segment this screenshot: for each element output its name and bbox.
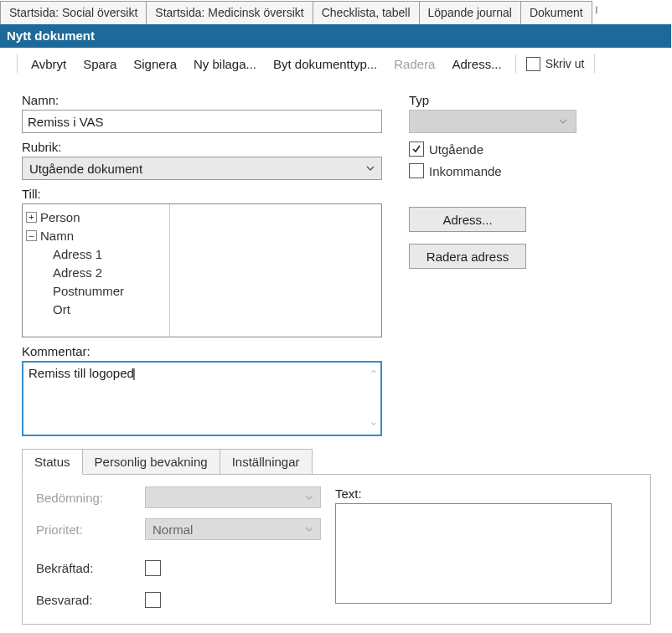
prioritet-value: Normal [152,522,193,537]
tab-dokument[interactable]: Dokument [520,1,592,24]
tab-personlig-bevakning[interactable]: Personlig bevakning [83,449,220,475]
window-title: Nytt dokument [0,24,671,48]
tab-social-oversikt[interactable]: Startsida: Social översikt [0,1,147,24]
inkommande-checkbox[interactable] [409,163,424,178]
inkommande-label: Inkommande [429,164,502,178]
tree-item-namn[interactable]: Namn [40,229,74,243]
text-label: Text: [335,486,612,501]
besvarad-checkbox[interactable] [145,592,161,608]
save-button[interactable]: Spara [75,55,125,73]
prioritet-select: Normal [145,518,321,540]
text-textarea[interactable] [335,503,612,604]
sign-button[interactable]: Signera [125,55,185,73]
rubrik-label: Rubrik: [22,140,382,154]
print-checkbox[interactable] [526,57,540,71]
bekraftad-label: Bekräftad: [36,561,145,575]
prioritet-label: Prioritet: [36,522,145,537]
tree-expand-icon[interactable]: + [26,212,37,223]
chevron-down-icon [303,491,315,503]
adress-button[interactable]: Adress... [409,207,526,232]
tabs-overflow-icon[interactable]: ⁞ [592,0,601,23]
chevron-down-icon [364,162,376,174]
tree-collapse-icon[interactable]: – [26,230,37,241]
till-detail-panel [170,204,381,337]
till-tree[interactable]: + Person – Namn Adress 1 Adress 2 [23,204,170,337]
radera-adress-button[interactable]: Radera adress [409,244,526,269]
kommentar-label: Kommentar: [22,344,382,358]
till-label: Till: [22,187,382,201]
utgaende-label: Utgående [429,142,483,157]
tree-item-adress1[interactable]: Adress 1 [53,247,102,261]
utgaende-checkbox[interactable] [409,142,424,157]
bekraftad-checkbox[interactable] [145,560,161,576]
besvarad-label: Besvarad: [36,593,145,607]
change-doctype-button[interactable]: Byt dokumenttyp... [265,55,385,73]
bedomning-select [145,486,321,508]
rubrik-select[interactable]: Utgående dokument [22,157,382,180]
tab-installningar[interactable]: Inställningar [220,449,313,475]
tab-medicinsk-oversikt[interactable]: Startsida: Medicinsk översikt [146,1,313,24]
cancel-button[interactable]: Avbryt [23,55,75,73]
till-box: + Person – Namn Adress 1 Adress 2 [22,203,382,337]
kommentar-value: Remiss till logoped [28,366,136,380]
delete-button: Radera [385,55,443,73]
kommentar-textarea[interactable]: Remiss till logoped [22,361,382,436]
typ-label: Typ [409,93,651,107]
chevron-down-icon [557,116,569,127]
tab-status[interactable]: Status [22,449,83,475]
typ-select[interactable] [409,110,576,133]
new-attachment-button[interactable]: Ny bilaga... [185,55,265,73]
bedomning-label: Bedömning: [36,491,145,505]
tree-item-ort[interactable]: Ort [53,302,70,316]
address-button[interactable]: Adress... [443,55,509,73]
print-label: Skriv ut [545,57,585,70]
tree-item-person[interactable]: Person [40,210,80,224]
toolbar: Avbryt Spara Signera Ny bilaga... Byt do… [0,48,671,81]
chevron-down-icon [303,523,315,535]
namn-input[interactable] [22,110,382,133]
tab-lopande-journal[interactable]: Löpande journal [419,1,521,24]
rubrik-value: Utgående dokument [29,162,142,176]
tree-item-postnummer[interactable]: Postnummer [53,284,124,298]
namn-label: Namn: [22,93,382,107]
tab-checklista[interactable]: Checklista, tabell [313,1,420,24]
tree-item-adress2[interactable]: Adress 2 [53,265,102,280]
